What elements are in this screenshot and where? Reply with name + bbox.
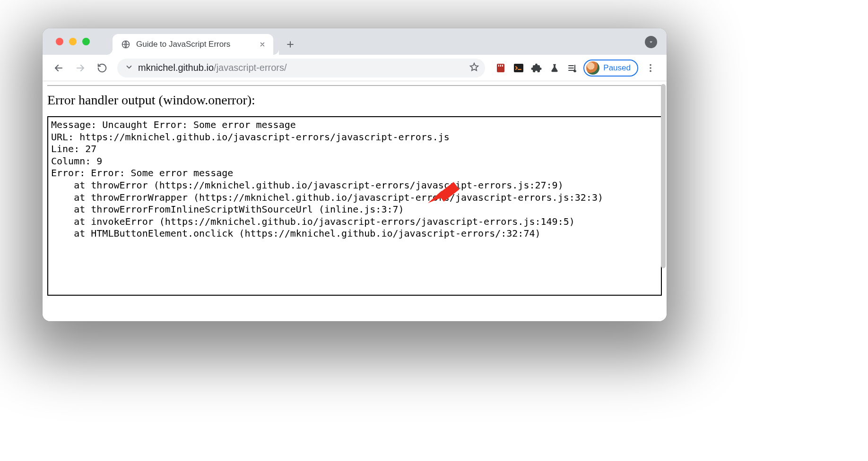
svg-rect-5	[514, 64, 523, 72]
url-path: /javascript-errors/	[214, 62, 286, 73]
url-host: mknichel.github.io	[138, 62, 214, 73]
toolbar: mknichel.github.io/javascript-errors/	[43, 55, 667, 81]
avatar	[586, 61, 599, 75]
bookmark-button[interactable]	[469, 62, 479, 74]
back-button[interactable]	[49, 59, 68, 77]
scrollbar[interactable]	[661, 84, 666, 268]
section-heading: Error handler output (window.onerror):	[47, 93, 662, 108]
svg-point-7	[650, 64, 651, 66]
maximize-window-button[interactable]	[82, 38, 90, 45]
tab-title: Guide to JavaScript Errors	[136, 40, 252, 49]
address-bar[interactable]: mknichel.github.io/javascript-errors/	[117, 59, 485, 77]
window-menu-button[interactable]	[645, 36, 657, 48]
extension-terminal-icon[interactable]	[512, 62, 525, 74]
tab-strip: Guide to JavaScript Errors	[43, 28, 667, 55]
extensions-row	[495, 62, 579, 74]
error-output-box: Message: Uncaught Error: Some error mess…	[47, 116, 662, 296]
close-tab-button[interactable]	[258, 40, 267, 49]
divider	[47, 85, 662, 86]
minimize-window-button[interactable]	[69, 38, 77, 45]
site-info-button[interactable]	[125, 63, 133, 73]
page-viewport: Error handler output (window.onerror): M…	[43, 81, 667, 321]
extension-sd-card-icon[interactable]	[495, 62, 507, 74]
extensions-button[interactable]	[530, 62, 543, 74]
profile-button[interactable]: Paused	[583, 60, 638, 77]
window-controls	[56, 38, 90, 45]
page-body: Error handler output (window.onerror): M…	[43, 81, 667, 296]
reload-button[interactable]	[93, 59, 112, 77]
url-text: mknichel.github.io/javascript-errors/	[138, 62, 464, 73]
profile-status-label: Paused	[603, 63, 631, 73]
media-control-button[interactable]	[566, 62, 579, 74]
browser-window: Guide to JavaScript Errors	[43, 28, 667, 321]
svg-rect-3	[500, 65, 501, 67]
svg-point-6	[574, 70, 576, 72]
browser-tab[interactable]: Guide to JavaScript Errors	[113, 34, 273, 55]
browser-menu-button[interactable]	[641, 59, 660, 77]
labs-button[interactable]	[548, 62, 561, 74]
svg-rect-4	[502, 65, 503, 67]
svg-rect-2	[498, 65, 499, 67]
svg-point-9	[650, 70, 651, 72]
close-window-button[interactable]	[56, 38, 63, 45]
new-tab-button[interactable]	[282, 36, 299, 53]
globe-icon	[121, 40, 130, 49]
svg-point-8	[650, 67, 651, 69]
forward-button[interactable]	[71, 59, 90, 77]
